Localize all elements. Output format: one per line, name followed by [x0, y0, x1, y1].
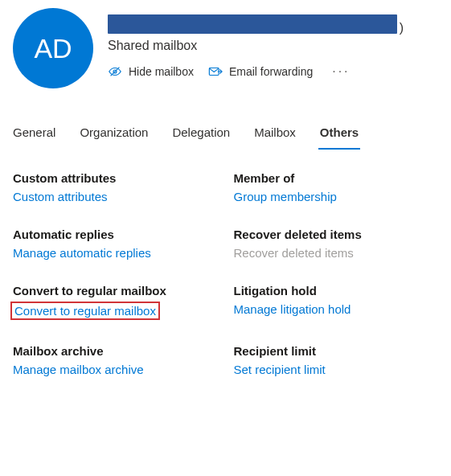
set-recipient-limit-link[interactable]: Set recipient limit — [234, 363, 439, 376]
hide-mailbox-button[interactable]: Hide mailbox — [108, 65, 194, 78]
recover-deleted-items-link: Recover deleted items — [234, 246, 439, 260]
section-title: Custom attributes — [13, 171, 218, 185]
section-convert-to-regular-mailbox: Convert to regular mailbox Convert to re… — [13, 284, 218, 320]
group-membership-link[interactable]: Group membership — [234, 190, 439, 203]
section-title: Litigation hold — [234, 284, 439, 298]
section-title: Mailbox archive — [13, 344, 218, 358]
section-recover-deleted-items: Recover deleted items Recover deleted it… — [234, 228, 439, 260]
section-title: Convert to regular mailbox — [13, 284, 218, 298]
tab-general[interactable]: General — [13, 117, 55, 149]
mail-forward-icon — [208, 65, 223, 78]
manage-litigation-hold-link[interactable]: Manage litigation hold — [234, 302, 439, 316]
convert-to-regular-mailbox-link[interactable]: Convert to regular mailbox — [10, 302, 160, 320]
header-region: AD Shared mailbox Hide mailbox — [0, 0, 451, 88]
manage-automatic-replies-link[interactable]: Manage automatic replies — [13, 246, 218, 260]
section-litigation-hold: Litigation hold Manage litigation hold — [234, 284, 439, 320]
email-forwarding-label: Email forwarding — [229, 65, 313, 78]
section-title: Member of — [234, 171, 439, 185]
tab-mailbox[interactable]: Mailbox — [254, 117, 296, 149]
section-member-of: Member of Group membership — [234, 171, 439, 203]
email-forwarding-button[interactable]: Email forwarding — [208, 65, 313, 78]
tab-others[interactable]: Others — [320, 117, 359, 149]
tab-organization[interactable]: Organization — [80, 117, 148, 149]
section-recipient-limit: Recipient limit Set recipient limit — [234, 344, 439, 376]
custom-attributes-link[interactable]: Custom attributes — [13, 190, 218, 203]
tab-delegation[interactable]: Delegation — [172, 117, 230, 149]
actions-row: Hide mailbox Email forwarding ··· — [108, 64, 438, 79]
tabs-row: General Organization Delegation Mailbox … — [0, 117, 451, 149]
avatar: AD — [13, 8, 93, 88]
section-title: Recipient limit — [234, 344, 439, 358]
section-automatic-replies: Automatic replies Manage automatic repli… — [13, 228, 218, 260]
section-mailbox-archive: Mailbox archive Manage mailbox archive — [13, 344, 218, 376]
content-grid: Custom attributes Custom attributes Memb… — [0, 149, 451, 376]
avatar-initials: AD — [34, 33, 72, 64]
more-actions-button[interactable]: ··· — [332, 64, 350, 79]
section-custom-attributes: Custom attributes Custom attributes — [13, 171, 218, 203]
manage-mailbox-archive-link[interactable]: Manage mailbox archive — [13, 363, 218, 376]
mailbox-type-label: Shared mailbox — [108, 39, 438, 53]
header-right: Shared mailbox Hide mailbox — [108, 8, 438, 88]
section-title: Recover deleted items — [234, 228, 439, 241]
section-title: Automatic replies — [13, 228, 218, 241]
eye-hidden-icon — [108, 65, 122, 78]
hide-mailbox-label: Hide mailbox — [129, 65, 194, 78]
redacted-title-bar — [108, 14, 397, 34]
